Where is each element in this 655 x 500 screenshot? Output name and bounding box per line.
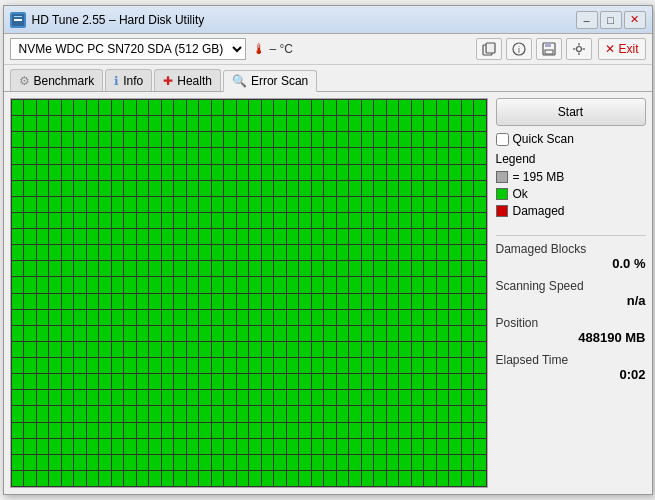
grid-cell — [274, 277, 286, 292]
grid-cell — [137, 229, 149, 244]
grid-cell — [462, 310, 474, 325]
grid-cell — [112, 165, 124, 180]
grid-cell — [337, 229, 349, 244]
grid-cell — [99, 100, 111, 115]
minimize-button[interactable]: – — [576, 11, 598, 29]
grid-cell — [349, 326, 361, 341]
grid-cell — [112, 374, 124, 389]
grid-cell — [287, 358, 299, 373]
grid-cell — [299, 148, 311, 163]
drive-selector[interactable]: NVMe WDC PC SN720 SDA (512 GB) — [10, 38, 246, 60]
grid-cell — [462, 455, 474, 470]
quick-scan-checkbox[interactable] — [496, 133, 509, 146]
start-button[interactable]: Start — [496, 98, 646, 126]
grid-cell — [87, 326, 99, 341]
legend-title: Legend — [496, 152, 646, 166]
grid-cell — [12, 326, 24, 341]
save-icon-button[interactable] — [536, 38, 562, 60]
grid-cell — [74, 116, 86, 131]
grid-cell — [12, 165, 24, 180]
grid-cell — [12, 455, 24, 470]
grid-cell — [312, 406, 324, 421]
grid-cell — [387, 277, 399, 292]
info-icon-button[interactable]: i — [506, 38, 532, 60]
config-icon-button[interactable] — [566, 38, 592, 60]
grid-cell — [374, 116, 386, 131]
tab-benchmark[interactable]: ⚙ Benchmark — [10, 69, 104, 91]
grid-cell — [62, 197, 74, 212]
grid-cell — [49, 181, 61, 196]
exit-button[interactable]: ✕ Exit — [598, 38, 645, 60]
grid-cell — [149, 406, 161, 421]
grid-cell — [74, 245, 86, 260]
grid-cell — [374, 132, 386, 147]
grid-cell — [437, 358, 449, 373]
grid-cell — [162, 439, 174, 454]
grid-cell — [137, 390, 149, 405]
grid-cell — [124, 100, 136, 115]
grid-cell — [287, 326, 299, 341]
grid-cell — [337, 148, 349, 163]
health-tab-icon: ✚ — [163, 74, 173, 88]
grid-cell — [87, 374, 99, 389]
grid-cell — [199, 148, 211, 163]
grid-cell — [324, 181, 336, 196]
grid-cell — [474, 406, 486, 421]
grid-cell — [424, 471, 436, 486]
grid-cell — [174, 181, 186, 196]
grid-cell — [474, 165, 486, 180]
grid-cell — [374, 197, 386, 212]
grid-cell — [249, 181, 261, 196]
grid-cell — [49, 390, 61, 405]
grid-cell — [199, 197, 211, 212]
tab-info[interactable]: ℹ Info — [105, 69, 152, 91]
grid-cell — [462, 471, 474, 486]
tab-error-scan[interactable]: 🔍 Error Scan — [223, 70, 317, 92]
grid-cell — [474, 116, 486, 131]
grid-cell — [412, 439, 424, 454]
grid-cell — [337, 310, 349, 325]
grid-cell — [187, 132, 199, 147]
grid-cell — [299, 294, 311, 309]
grid-cell — [437, 261, 449, 276]
grid-cell — [162, 261, 174, 276]
grid-cell — [99, 471, 111, 486]
grid-cell — [37, 213, 49, 228]
grid-cell — [237, 197, 249, 212]
grid-cell — [274, 165, 286, 180]
grid-cell — [24, 358, 36, 373]
grid-cell — [62, 165, 74, 180]
grid-cell — [187, 423, 199, 438]
grid-cell — [287, 471, 299, 486]
grid-cell — [449, 245, 461, 260]
grid-cell — [449, 100, 461, 115]
grid-cell — [149, 245, 161, 260]
grid-cell — [249, 439, 261, 454]
grid-cell — [37, 245, 49, 260]
grid-cell — [249, 471, 261, 486]
grid-cell — [37, 116, 49, 131]
grid-cell — [449, 132, 461, 147]
grid-cell — [449, 455, 461, 470]
grid-cell — [399, 100, 411, 115]
grid-cell — [74, 197, 86, 212]
grid-cell — [137, 197, 149, 212]
maximize-button[interactable]: □ — [600, 11, 622, 29]
grid-cell — [99, 229, 111, 244]
grid-cell — [262, 374, 274, 389]
copy-icon-button[interactable] — [476, 38, 502, 60]
grid-cell — [49, 229, 61, 244]
grid-cell — [237, 116, 249, 131]
grid-cell — [312, 390, 324, 405]
grid-cell — [474, 423, 486, 438]
grid-cell — [287, 229, 299, 244]
grid-cell — [199, 261, 211, 276]
info-tab-icon: ℹ — [114, 74, 119, 88]
tab-health[interactable]: ✚ Health — [154, 69, 221, 91]
grid-cell — [337, 132, 349, 147]
grid-cell — [137, 294, 149, 309]
grid-cell — [237, 294, 249, 309]
close-button[interactable]: ✕ — [624, 11, 646, 29]
grid-cell — [262, 471, 274, 486]
grid-cell — [112, 197, 124, 212]
